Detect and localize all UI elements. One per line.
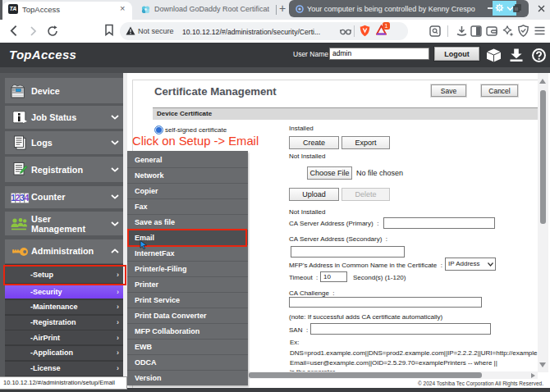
svg-text:4: 4 xyxy=(25,194,30,203)
